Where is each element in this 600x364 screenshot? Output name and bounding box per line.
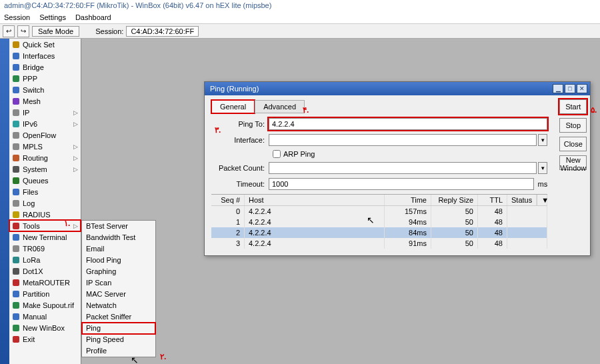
- svg-rect-14: [13, 200, 19, 207]
- col-reply-size[interactable]: Reply Size: [431, 195, 478, 205]
- stop-button[interactable]: Stop: [559, 118, 587, 133]
- arp-ping-label: ARP Ping: [283, 150, 315, 158]
- redo-button[interactable]: ↪: [17, 25, 29, 37]
- sidebar-item-ppp[interactable]: PPP: [9, 73, 81, 84]
- sidebar-item-files[interactable]: Files: [9, 186, 81, 197]
- packet-count-input[interactable]: [269, 162, 537, 174]
- table-row[interactable]: 04.2.2.4157ms5048: [211, 206, 547, 217]
- sidebar-item-label: Quick Set: [23, 41, 55, 49]
- sidebar-item-new-terminal[interactable]: New Terminal: [9, 231, 81, 243]
- close-icon[interactable]: ✕: [577, 84, 587, 93]
- sidebar-item-queues[interactable]: Queues: [9, 175, 81, 186]
- sidebar-item-bridge[interactable]: Bridge: [9, 61, 81, 73]
- sidebar-item-manual[interactable]: Manual: [9, 311, 81, 322]
- arp-ping-checkbox[interactable]: [273, 150, 281, 158]
- sidebar-item-label: Log: [23, 199, 35, 207]
- table-header: Seq # Host Time Reply Size TTL Status ▼: [211, 195, 547, 206]
- col-status[interactable]: Status: [507, 195, 537, 205]
- sidebar-item-metarouter[interactable]: MetaROUTER: [9, 277, 81, 288]
- winbox-icon: [12, 324, 20, 332]
- svg-rect-6: [13, 109, 19, 116]
- submenu-item-packet-sniffer[interactable]: Packet Sniffer: [82, 311, 155, 323]
- sidebar-item-ip[interactable]: IP▷: [9, 107, 81, 118]
- start-button[interactable]: Start: [559, 99, 587, 114]
- interface-input[interactable]: [269, 134, 537, 146]
- submenu-item-ping[interactable]: Ping: [82, 323, 155, 334]
- svg-rect-22: [13, 291, 19, 297]
- submenu-item-profile[interactable]: Profile: [82, 345, 155, 357]
- sidebar-item-label: New Terminal: [23, 233, 67, 241]
- undo-button[interactable]: ↩: [3, 25, 15, 37]
- svg-rect-10: [13, 155, 19, 161]
- packet-count-expand-icon[interactable]: ▼: [538, 162, 547, 174]
- svg-rect-15: [13, 211, 19, 218]
- col-host[interactable]: Host: [245, 195, 385, 205]
- sidebar-item-interfaces[interactable]: Interfaces: [9, 50, 81, 61]
- sidebar-item-lora[interactable]: LoRa: [9, 254, 81, 265]
- col-ttl[interactable]: TTL: [478, 195, 507, 205]
- menu-bar: Session Settings Dashboard: [0, 12, 600, 24]
- sidebar-item-quick-set[interactable]: Quick Set: [9, 39, 81, 50]
- sidebar-item-routing[interactable]: Routing▷: [9, 152, 81, 163]
- sidebar-item-partition[interactable]: Partition: [9, 288, 81, 299]
- submenu-item-flood-ping[interactable]: Flood Ping: [82, 255, 155, 266]
- sidebar-item-system[interactable]: System▷: [9, 163, 81, 175]
- sidebar-item-dot1x[interactable]: Dot1X: [9, 265, 81, 277]
- sidebar-item-tr069[interactable]: TR069: [9, 243, 81, 254]
- interface-dropdown-icon[interactable]: ▼: [538, 134, 547, 146]
- tab-general[interactable]: General: [211, 100, 255, 113]
- sidebar-item-mpls[interactable]: MPLS▷: [9, 141, 81, 152]
- sidebar-item-switch[interactable]: Switch: [9, 84, 81, 95]
- cell-host: 4.2.2.4: [245, 206, 385, 217]
- sidebar-item-mesh[interactable]: Mesh: [9, 95, 81, 107]
- cell-status: [507, 206, 547, 217]
- svg-rect-19: [13, 257, 19, 263]
- bridge-icon: [12, 63, 20, 71]
- cell-host: 4.2.2.4: [245, 227, 385, 238]
- annotation-3: .۳: [215, 125, 221, 135]
- table-row[interactable]: 34.2.2.491ms5048: [211, 238, 547, 249]
- sidebar-item-make-supout-rif[interactable]: Make Supout.rif: [9, 299, 81, 311]
- sidebar-item-new-winbox[interactable]: New WinBox: [9, 322, 81, 333]
- close-button[interactable]: Close: [559, 137, 587, 151]
- svg-rect-12: [13, 177, 19, 184]
- sidebar-item-label: Routing: [23, 154, 48, 162]
- chevron-right-icon: ▷: [73, 109, 78, 116]
- maximize-icon[interactable]: □: [565, 84, 575, 93]
- minimize-icon[interactable]: ▁: [553, 84, 563, 93]
- table-row[interactable]: 24.2.2.484ms5048: [211, 227, 547, 238]
- tab-advanced[interactable]: Advanced: [255, 100, 305, 113]
- submenu-item-netwatch[interactable]: Netwatch: [82, 300, 155, 311]
- new-window-button[interactable]: New Window: [559, 155, 587, 170]
- safe-mode-button[interactable]: Safe Mode: [32, 26, 79, 37]
- menu-dashboard[interactable]: Dashboard: [75, 13, 111, 22]
- ping-to-input[interactable]: [269, 118, 547, 130]
- col-seq[interactable]: Seq #: [211, 195, 245, 205]
- sidebar-item-openflow[interactable]: OpenFlow: [9, 129, 81, 141]
- ip-icon: [12, 109, 20, 117]
- menu-settings[interactable]: Settings: [39, 13, 66, 22]
- chevron-right-icon: ▷: [73, 223, 78, 229]
- submenu-item-ip-scan[interactable]: IP Scan: [82, 277, 155, 289]
- menu-session[interactable]: Session: [4, 13, 30, 22]
- submenu-item-btest-server[interactable]: BTest Server: [82, 221, 155, 232]
- sidebar-item-exit[interactable]: Exit: [9, 333, 81, 345]
- sidebar-item-log[interactable]: Log: [9, 197, 81, 209]
- window-title: admin@C4:AD:34:72:60:FF (MikroTik) - Win…: [0, 0, 600, 12]
- chevron-right-icon: ▷: [73, 143, 78, 150]
- col-time[interactable]: Time: [385, 195, 431, 205]
- svg-rect-11: [13, 166, 19, 173]
- table-row[interactable]: 14.2.2.494ms5048: [211, 217, 547, 227]
- sidebar-item-label: Files: [23, 188, 38, 196]
- submenu-item-bandwidth-test[interactable]: Bandwidth Test: [82, 232, 155, 243]
- timeout-input[interactable]: [269, 178, 534, 190]
- cell-seq: 1: [211, 217, 245, 227]
- submenu-item-mac-server[interactable]: MAC Server: [82, 289, 155, 300]
- submenu-item-email[interactable]: Email: [82, 243, 155, 255]
- submenu-item-ping-speed[interactable]: Ping Speed: [82, 334, 155, 345]
- columns-dropdown-icon[interactable]: ▼: [537, 195, 547, 205]
- cell-host: 4.2.2.4: [245, 238, 385, 249]
- submenu-item-graphing[interactable]: Graphing: [82, 266, 155, 277]
- ping-window-titlebar[interactable]: Ping (Running) ▁ □ ✕: [205, 82, 590, 95]
- sidebar-item-ipv6[interactable]: IPv6▷: [9, 118, 81, 129]
